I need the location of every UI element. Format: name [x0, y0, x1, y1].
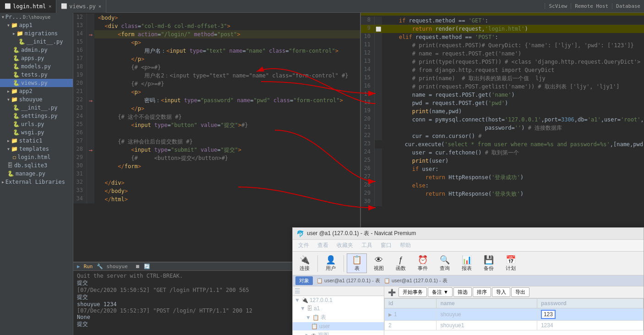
- nav-menu-window[interactable]: 窗口: [377, 241, 395, 250]
- scview-tab[interactable]: ScView: [545, 3, 571, 9]
- nav-btn-event[interactable]: ⏰ 事件: [413, 253, 433, 273]
- cell-editing-input[interactable]: 123: [541, 310, 556, 319]
- nav-menu-view[interactable]: 查看: [314, 241, 332, 250]
- sidebar-item-wsgi[interactable]: 🐍 wsgi.py: [0, 128, 73, 137]
- sidebar-item-init2[interactable]: 🐍 __init__.py: [0, 104, 73, 112]
- gutter-27: [87, 137, 94, 146]
- run-tab-icon[interactable]: ▶: [77, 264, 80, 269]
- sidebar-item-shouyue[interactable]: ▼ 📁 shouyue: [0, 95, 73, 104]
- nav-btn-schedule[interactable]: 📅 计划: [501, 253, 521, 273]
- nav-menu-help[interactable]: 帮助: [396, 241, 415, 250]
- sidebar-item-views[interactable]: 🐍 views.py: [0, 79, 73, 87]
- tab-login-html[interactable]: ⬜ login.html ✕: [0, 0, 56, 13]
- gutter-22: →: [87, 96, 94, 104]
- nav-btn-view[interactable]: 👁 视图: [369, 254, 389, 273]
- right-gutter-21: [375, 124, 382, 132]
- gutter-30: [87, 162, 94, 170]
- folder-icon-templates: 📁: [11, 146, 18, 152]
- sort-btn[interactable]: 排序: [473, 287, 491, 297]
- note-btn[interactable]: 备注 ▼: [428, 287, 453, 297]
- sidebar-item-extlib[interactable]: ▶ External Libraries: [0, 178, 73, 186]
- tab-close-login[interactable]: ✕: [49, 4, 51, 9]
- sidebar-item-urls[interactable]: 🐍 urls.py: [0, 120, 73, 128]
- col-name-header[interactable]: name: [437, 299, 537, 308]
- folder-icon-app1: 📁: [11, 22, 18, 28]
- sidebar-item-models[interactable]: 🐍 models.py: [0, 62, 73, 71]
- navicat-data-table: id name password ▶1 shou: [384, 298, 644, 330]
- col-id-header[interactable]: id: [385, 299, 437, 308]
- navicat-title: user @a1 (127.0.0.1) - 表 - Navicat Premi…: [307, 230, 416, 237]
- object-btn[interactable]: 对象: [295, 276, 313, 285]
- triangle-icon-sy: ▼: [7, 98, 10, 102]
- navicat-content: ➕ 开始事务 备注 ▼ 筛选 排序 导入 导出 id: [384, 286, 644, 335]
- nav-btn-backup[interactable]: 💾 备份: [479, 253, 499, 273]
- sidebar-item-app2[interactable]: ▶ 📁 app2: [0, 87, 73, 95]
- nav-tree-user-table[interactable]: 📋 user: [293, 322, 384, 330]
- tab-close-views[interactable]: ✕: [98, 4, 101, 9]
- gutter-26: [87, 129, 94, 137]
- right-gutter-29: [375, 190, 382, 198]
- nav-tree-ip[interactable]: ▼ 🔌 127.0.0.1: [293, 296, 384, 304]
- run-tab-label[interactable]: Run: [84, 264, 93, 269]
- nav-btn-query[interactable]: 🔍 查询: [435, 253, 455, 273]
- sidebar-label-init1: __init__.py: [27, 38, 63, 45]
- navicat-panel: 🐬 user @a1 (127.0.0.1) - 表 - Navicat Pre…: [292, 227, 644, 335]
- backup-label: 备份: [484, 265, 494, 272]
- nav-tree-user-label: user: [319, 323, 330, 330]
- nav-menu-file[interactable]: 文件: [295, 241, 313, 250]
- filter-btn[interactable]: 筛选: [453, 287, 472, 297]
- col-password-header[interactable]: password: [537, 299, 643, 308]
- sidebar-item-manage[interactable]: 🐍 manage.py: [0, 170, 73, 178]
- tab-views-py[interactable]: ⬜ views.py ✕: [56, 0, 106, 13]
- nav-btn-user[interactable]: 👤 用户: [321, 253, 341, 273]
- sidebar-label-tests: tests.py: [21, 71, 48, 78]
- right-line-30: 30: [361, 198, 644, 206]
- sidebar-item-app1[interactable]: ▼ 📁 app1: [0, 21, 73, 29]
- sidebar-item-dbsqlite[interactable]: 🗄 db.sqlite3: [0, 161, 73, 170]
- event-label: 事件: [418, 265, 428, 272]
- nav-btn-connect[interactable]: 🔌 连接: [295, 253, 315, 273]
- nav-tree-tables[interactable]: ▼ 📋 表: [293, 313, 384, 322]
- run-stop-btn[interactable]: ⏹: [135, 264, 140, 269]
- sidebar-item-init1[interactable]: 🐍 __init__.py: [0, 38, 73, 46]
- sidebar-item-templates[interactable]: ▼ 📁 templates: [0, 145, 73, 153]
- table-row-2[interactable]: 2 shouyue1 1234: [385, 321, 644, 330]
- views-icon: 👁: [311, 332, 317, 335]
- import-btn[interactable]: 导入: [492, 287, 510, 297]
- cell-password-1[interactable]: 123: [537, 308, 643, 321]
- sidebar-item-pr[interactable]: ▼ Pr... D:\shouyue: [0, 13, 73, 21]
- database-tab[interactable]: Database: [612, 3, 644, 9]
- html-file-icon: ⬜: [5, 3, 11, 9]
- sidebar-item-loginhtml[interactable]: ◻ login.html: [0, 153, 73, 161]
- nav-btn-func[interactable]: ƒ 函数: [391, 254, 411, 273]
- begin-transaction-btn[interactable]: 开始事务: [398, 287, 427, 297]
- sidebar-item-migrations[interactable]: ▶ 📁 migrations: [0, 29, 73, 38]
- sidebar-item-apps[interactable]: 🐍 apps.py: [0, 54, 73, 62]
- right-line-24: 24 user = cur.fetchone() # 取到第一个: [361, 148, 644, 157]
- sidebar-item-tests[interactable]: 🐍 tests.py: [0, 71, 73, 79]
- nav-tree-a1[interactable]: ▼ 🗄 a1: [293, 304, 384, 313]
- nav-breadcrumb1: 📋 user@a1 (127.0.0.1) - 表: [317, 277, 380, 284]
- right-line-27: 27 return HttpResponse('登录成功'): [361, 173, 644, 181]
- sidebar-label-app2: app2: [19, 88, 33, 94]
- py-icon-wsgi: 🐍: [13, 129, 20, 136]
- nav-btn-report[interactable]: 📊 报表: [457, 253, 477, 273]
- right-gutter-13: [375, 58, 382, 66]
- action-add-icon[interactable]: ➕: [386, 288, 398, 297]
- sidebar-item-static1[interactable]: ▶ 📁 static1: [0, 137, 73, 145]
- remote-host-tab[interactable]: Remote Host: [571, 3, 612, 9]
- sidebar-item-admin[interactable]: 🐍 admin.py: [0, 46, 73, 54]
- nav-menu-tools[interactable]: 工具: [358, 241, 376, 250]
- sidebar-item-settings[interactable]: 🐍 settings.py: [0, 112, 73, 120]
- gutter-33: [87, 187, 94, 195]
- nav-menu-favorites[interactable]: 收藏夹: [333, 241, 357, 250]
- expand-views-icon: ▶: [306, 332, 310, 335]
- nav-tree-views[interactable]: ▶ 👁 视图: [293, 330, 384, 335]
- sidebar-label-admin: admin.py: [21, 47, 48, 53]
- gutter-29: [87, 154, 94, 162]
- table-row-1[interactable]: ▶1 shouyue 123: [385, 308, 644, 321]
- export-btn[interactable]: 导出: [511, 287, 529, 297]
- hamburger-icon[interactable]: ☰: [295, 287, 300, 295]
- nav-btn-table[interactable]: 📋 表: [347, 253, 367, 273]
- run-restart-btn[interactable]: 🔄: [144, 264, 150, 269]
